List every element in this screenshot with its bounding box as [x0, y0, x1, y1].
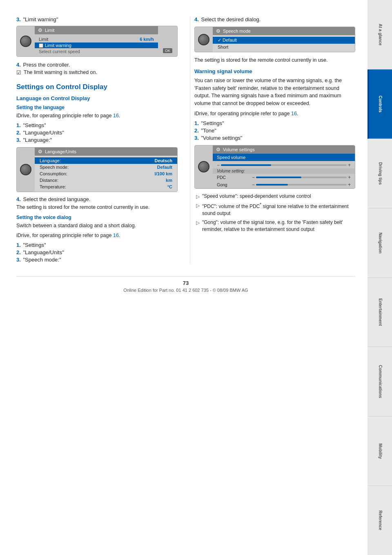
right-step4-text: Select the desired dialog. [201, 16, 261, 22]
sidebar-tab-at-a-glance[interactable]: At a glance [368, 0, 392, 69]
sidebar-tab-entertainment[interactable]: Entertainment [368, 278, 392, 347]
idrive-ref-right: iDrive, for operating principle refer to… [194, 110, 355, 118]
speed-vol-label: Speed volume [217, 155, 245, 160]
speech-mode-screen: ⚙ Speech mode ✓ Default Short [194, 27, 355, 52]
speed-vol-bar [221, 164, 347, 166]
limit-label: Limit [39, 37, 48, 42]
bullet-list: ▷ "Speed volume": speed-dependent volume… [194, 193, 355, 233]
vol-screen-content: ⚙ Volume settings Speed volume − [213, 145, 355, 188]
speed-vol-bar-row: − + [213, 161, 355, 168]
pdc-plus[interactable]: + [348, 175, 351, 180]
lang-row-language: Language: Deutsch [35, 157, 177, 164]
lang-steps: 1. "Settings" 2. "Language/Units" 3. "La… [16, 122, 178, 143]
vol-titlebar-icon: ⚙ [216, 147, 220, 152]
sidebar-tab-driving-tips[interactable]: Driving tips [368, 139, 392, 208]
lang-step-2: 2. "Language/Units" [16, 130, 178, 136]
pdc-label: PDC [217, 175, 249, 180]
idrive-ref-lang-page[interactable]: 16 [113, 113, 119, 119]
speech-screen-content: ⚙ Speech mode ✓ Default Short [213, 27, 355, 52]
voice-step-3: 3. "Speech mode:" [16, 257, 178, 263]
warning-vol-title: Warning signal volume [194, 68, 355, 74]
lang-row-temperature: Temperature: °C [35, 184, 177, 190]
warn-step-2: 2. "Tone" [194, 128, 355, 134]
speech-titlebar-icon: ⚙ [216, 28, 220, 34]
pdc-minus[interactable]: − [252, 175, 255, 180]
lang-row-speech: Speech mode: Default [35, 164, 177, 170]
lang-label: Language: [40, 158, 61, 163]
lang-row-distance: Distance: km [35, 177, 177, 184]
idrive-ref-lang-text: iDrive, for operating principle refer to… [16, 113, 111, 119]
limit-body: Limit 6 km/h Limit warning Select curren… [35, 34, 158, 56]
controller-knob[interactable] [20, 36, 31, 47]
footer-text: Online Edition for Part no. 01 41 2 602 … [16, 288, 355, 293]
note-text: The limit warning is switched on. [24, 69, 97, 76]
speech-screen-body: ✓ Default Short [213, 35, 355, 52]
warn-step-1: 1. "Settings" [194, 120, 355, 126]
right-step4-line: 4. Select the desired dialog. [194, 16, 355, 22]
speed-vol-plus[interactable]: + [348, 162, 351, 168]
temperature-label: Temperature: [40, 184, 66, 189]
ok-button[interactable]: OK [163, 48, 172, 53]
bullet-text-1: "Speed volume": speed-dependent volume c… [202, 193, 311, 200]
vol-titlebar-label: Volume settings [223, 147, 255, 152]
speech-row-short: Short [213, 44, 355, 50]
warn-steps: 1. "Settings" 2. "Tone" 3. "Volume setti… [194, 120, 355, 141]
consumption-label: Consumption: [40, 171, 67, 176]
idrive-ref-voice: iDrive, for operating principle refer to… [16, 232, 178, 239]
vol-controller-knob[interactable] [198, 161, 209, 172]
bullet-2: ▷ "PDC": volume of the PDC* signal tone … [196, 202, 355, 217]
lang-row-consumption: Consumption: l/100 km [35, 170, 177, 177]
speech-controller-knob[interactable] [198, 34, 209, 45]
voice-dialog-title: Setting the voice dialog [16, 215, 178, 220]
voice-dialog-text: Switch between a standard dialog and a s… [16, 222, 178, 230]
gong-vol-row: Gong − + [213, 181, 355, 188]
idrive-ref-voice-text: iDrive, for operating principle refer to… [16, 233, 111, 238]
pdc-bar-container: − + [252, 175, 351, 180]
limit-select-label: Select current speed [39, 49, 80, 54]
right-step4-num: 4. [194, 16, 199, 22]
limit-screen-icon: ⚙ [38, 27, 42, 33]
step4-num: 4. [16, 62, 21, 68]
limit-checkbox[interactable] [39, 43, 43, 48]
stored-text-right: The setting is stored for the remote con… [194, 56, 355, 64]
checkmark-icon: ☑ [16, 69, 21, 76]
bullet-arrow-2: ▷ [196, 202, 200, 209]
idrive-ref-voice-page[interactable]: 16 [113, 233, 119, 238]
section-title: Settings on Control Display [16, 83, 178, 91]
pdc-bar-fill [256, 177, 301, 178]
limit-screen-content: ⚙ Limit Limit 6 km/h Limit warning [35, 26, 158, 56]
sidebar-tab-mobility[interactable]: Mobility [368, 416, 392, 486]
step4b-text: Select the desired language. [23, 196, 90, 202]
lang-value: Deutsch [155, 158, 172, 163]
lang-screen-body: Language: Deutsch Speech mode: Default C… [35, 156, 177, 192]
gong-minus[interactable]: − [252, 182, 255, 188]
speed-vol-fill [221, 164, 271, 166]
pdc-vol-row: PDC − + [213, 174, 355, 181]
lang-step-1: 1. "Settings" [16, 122, 178, 128]
distance-value: km [166, 178, 172, 183]
sidebar-tab-reference[interactable]: Reference [368, 486, 392, 555]
limit-speed-select: Select current speed [35, 48, 158, 55]
distance-label: Distance: [40, 178, 58, 183]
right-column: 4. Select the desired dialog. ⚙ Speech m… [190, 16, 355, 264]
speech-titlebar-label: Speech mode [223, 29, 251, 34]
step4b-num: 4. [16, 196, 21, 202]
warn-step-3: 3. "Volume settings" [194, 135, 355, 141]
limit-titlebar: ⚙ Limit [35, 26, 158, 34]
idrive-ref-right-page[interactable]: 16 [291, 111, 297, 116]
bullet-3: ▷ "Gong": volume of the signal tone, e.g… [196, 219, 355, 233]
lang-titlebar-label: Language/Units [45, 149, 76, 154]
lang-controller-knob[interactable] [20, 164, 31, 175]
vol-section-label: Volume setting: [213, 168, 355, 174]
step3-num: 3. [16, 16, 21, 22]
bullet-1: ▷ "Speed volume": speed-dependent volume… [196, 193, 355, 200]
sidebar-tab-navigation[interactable]: Navigation [368, 208, 392, 278]
lang-screen-content: ⚙ Language/Units Language: Deutsch Speec… [35, 148, 177, 192]
sidebar-tab-communications[interactable]: Communications [368, 347, 392, 416]
warning-vol-text: You can raise or lower the volume of the… [194, 77, 355, 107]
speed-vol-minus[interactable]: − [217, 162, 220, 168]
gong-plus[interactable]: + [348, 182, 351, 188]
sidebar-tab-controls[interactable]: Controls [368, 69, 392, 139]
step4-text: Press the controller. [23, 62, 70, 68]
page-number: 73 [16, 280, 355, 286]
